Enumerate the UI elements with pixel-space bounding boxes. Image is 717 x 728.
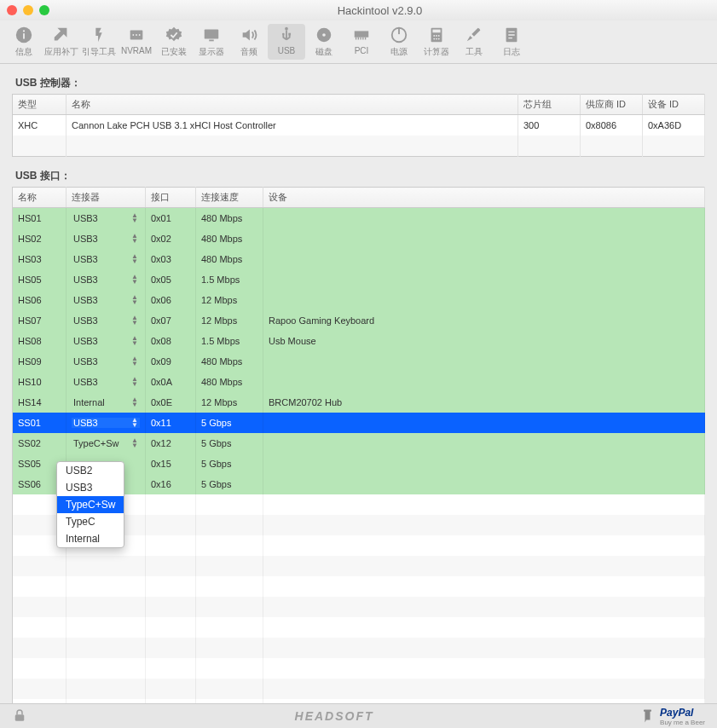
- connector-select[interactable]: USB3▲▼: [72, 234, 140, 244]
- connector-select[interactable]: USB3▲▼: [72, 377, 140, 387]
- port-row[interactable]: HS14Internal▲▼0x0E12 MbpsBRCM20702 Hub: [13, 392, 705, 413]
- titlebar: Hackintool v2.9.0: [0, 0, 717, 20]
- svg-point-6: [139, 34, 141, 36]
- empty-row: [13, 617, 705, 638]
- port-row[interactable]: HS09USB3▲▼0x09480 Mbps: [13, 351, 705, 372]
- minimize-window-button[interactable]: [23, 5, 33, 15]
- svg-rect-16: [398, 28, 400, 34]
- svg-rect-36: [644, 710, 651, 712]
- dropdown-option[interactable]: TypeC+Sw: [57, 496, 124, 513]
- port-row[interactable]: HS06USB3▲▼0x0612 Mbps: [13, 290, 705, 310]
- window-title: Hackintool v2.9.0: [49, 4, 710, 17]
- toolbar-pci[interactable]: PCI: [343, 24, 380, 60]
- toolbar-tools[interactable]: 工具: [455, 24, 493, 60]
- svg-rect-14: [355, 31, 369, 37]
- footer: HEADSOFT PayPal Buy me a Beer: [0, 703, 717, 728]
- col-connector[interactable]: 连接器: [66, 188, 146, 208]
- port-row[interactable]: HS03USB3▲▼0x03480 Mbps: [13, 249, 705, 269]
- toolbar-installed[interactable]: 已安装: [155, 24, 193, 60]
- toolbar-boot[interactable]: 引导工具: [80, 24, 118, 60]
- connector-select[interactable]: USB3▲▼: [72, 254, 140, 264]
- toolbar-logs[interactable]: 日志: [493, 24, 530, 60]
- toolbar-calc[interactable]: 计算器: [418, 24, 455, 60]
- lock-icon[interactable]: [12, 708, 27, 725]
- usb-controllers-table: 类型 名称 芯片组 供应商 ID 设备 ID XHCCannon Lake PC…: [12, 94, 705, 157]
- paypal-button[interactable]: PayPal Buy me a Beer: [641, 707, 705, 726]
- col-speed[interactable]: 连接速度: [196, 188, 263, 208]
- empty-row: [13, 638, 705, 658]
- toolbar-nvram[interactable]: NVRAM: [118, 24, 155, 60]
- usb-controllers-label: USB 控制器：: [15, 76, 705, 90]
- dropdown-option[interactable]: TypeC: [57, 513, 124, 530]
- connector-select[interactable]: TypeC+Sw▲▼: [72, 438, 140, 448]
- svg-point-24: [438, 38, 440, 40]
- empty-row: [13, 597, 705, 617]
- toolbar-usb[interactable]: USB: [268, 24, 305, 60]
- port-row[interactable]: HS05USB3▲▼0x051.5 Mbps: [13, 269, 705, 290]
- svg-point-2: [23, 30, 25, 32]
- svg-point-21: [438, 35, 440, 37]
- port-row[interactable]: SS01USB3▲▼0x115 Gbps: [13, 413, 705, 433]
- svg-rect-8: [209, 40, 214, 42]
- connector-select[interactable]: USB3▲▼: [72, 418, 140, 428]
- col-device[interactable]: 设备: [263, 188, 705, 208]
- svg-point-19: [433, 35, 435, 37]
- svg-point-20: [436, 35, 437, 37]
- svg-point-9: [285, 27, 288, 31]
- svg-point-4: [132, 34, 134, 36]
- usb-ports-label: USB 接口：: [15, 169, 705, 183]
- col-vendor[interactable]: 供应商 ID: [581, 95, 643, 115]
- svg-point-13: [322, 33, 326, 37]
- toolbar-display[interactable]: 显示器: [193, 24, 230, 60]
- svg-point-5: [136, 34, 137, 36]
- svg-rect-35: [15, 714, 25, 721]
- main-toolbar: 信息应用补丁引导工具NVRAM已安装显示器音频USB磁盘PCI电源计算器工具日志: [0, 20, 717, 64]
- port-row[interactable]: HS02USB3▲▼0x02480 Mbps: [13, 228, 705, 249]
- port-row[interactable]: HS10USB3▲▼0x0A480 Mbps: [13, 372, 705, 392]
- dropdown-option[interactable]: Internal: [57, 530, 124, 547]
- col-type[interactable]: 类型: [13, 95, 66, 115]
- empty-row: [13, 658, 705, 679]
- paypal-sub: Buy me a Beer: [660, 719, 705, 726]
- svg-rect-18: [432, 30, 440, 33]
- brand-label: HEADSOFT: [27, 709, 641, 723]
- empty-row: [13, 576, 705, 597]
- connector-select[interactable]: USB3▲▼: [72, 315, 140, 326]
- col-port[interactable]: 接口: [146, 188, 196, 208]
- toolbar-patch[interactable]: 应用补丁: [43, 24, 80, 60]
- svg-point-23: [436, 38, 437, 40]
- connector-select[interactable]: USB3▲▼: [72, 295, 140, 305]
- dropdown-option[interactable]: USB3: [57, 479, 124, 496]
- svg-rect-1: [23, 33, 25, 38]
- svg-rect-7: [205, 30, 219, 39]
- col-device[interactable]: 设备 ID: [643, 95, 705, 115]
- paypal-title: PayPal: [660, 707, 693, 719]
- port-row[interactable]: SS02TypeC+Sw▲▼0x125 Gbps: [13, 433, 705, 454]
- connector-select[interactable]: USB3▲▼: [72, 213, 140, 223]
- empty-row: [13, 556, 705, 576]
- close-window-button[interactable]: [7, 5, 17, 15]
- port-row[interactable]: HS08USB3▲▼0x081.5 MbpsUsb Mouse: [13, 331, 705, 351]
- toolbar-sound[interactable]: 音频: [230, 24, 268, 60]
- empty-row: [13, 679, 705, 699]
- port-row[interactable]: HS07USB3▲▼0x0712 MbpsRapoo Gaming Keyboa…: [13, 310, 705, 331]
- toolbar-power[interactable]: 电源: [380, 24, 418, 60]
- zoom-window-button[interactable]: [39, 5, 49, 15]
- col-port-name[interactable]: 名称: [13, 188, 66, 208]
- connector-dropdown[interactable]: USB2USB3TypeC+SwTypeCInternal: [56, 461, 124, 548]
- usb-ports-table: 名称 连接器 接口 连接速度 设备 HS01USB3▲▼0x01480 Mbps…: [12, 187, 705, 703]
- svg-point-10: [282, 33, 285, 36]
- col-chipset[interactable]: 芯片组: [518, 95, 581, 115]
- connector-select[interactable]: USB3▲▼: [72, 336, 140, 346]
- toolbar-info[interactable]: 信息: [5, 24, 43, 60]
- dropdown-option[interactable]: USB2: [57, 462, 124, 479]
- controller-row[interactable]: XHCCannon Lake PCH USB 3.1 xHCI Host Con…: [13, 115, 705, 136]
- empty-row: [13, 699, 705, 703]
- connector-select[interactable]: USB3▲▼: [72, 356, 140, 367]
- svg-point-22: [433, 38, 435, 40]
- connector-select[interactable]: Internal▲▼: [72, 397, 140, 407]
- port-row[interactable]: HS01USB3▲▼0x01480 Mbps: [13, 208, 705, 229]
- connector-select[interactable]: USB3▲▼: [72, 274, 140, 285]
- col-name[interactable]: 名称: [66, 95, 518, 115]
- toolbar-disk[interactable]: 磁盘: [305, 24, 343, 60]
